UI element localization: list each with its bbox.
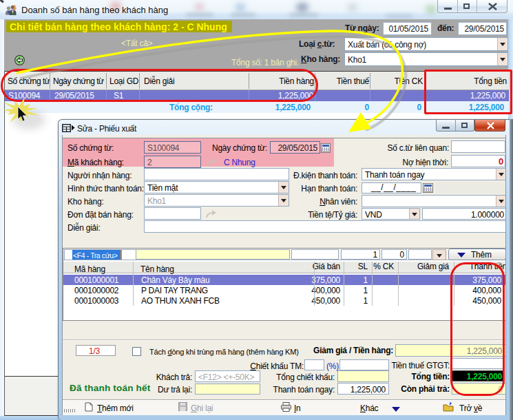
svg-text:$: $ xyxy=(13,4,17,11)
